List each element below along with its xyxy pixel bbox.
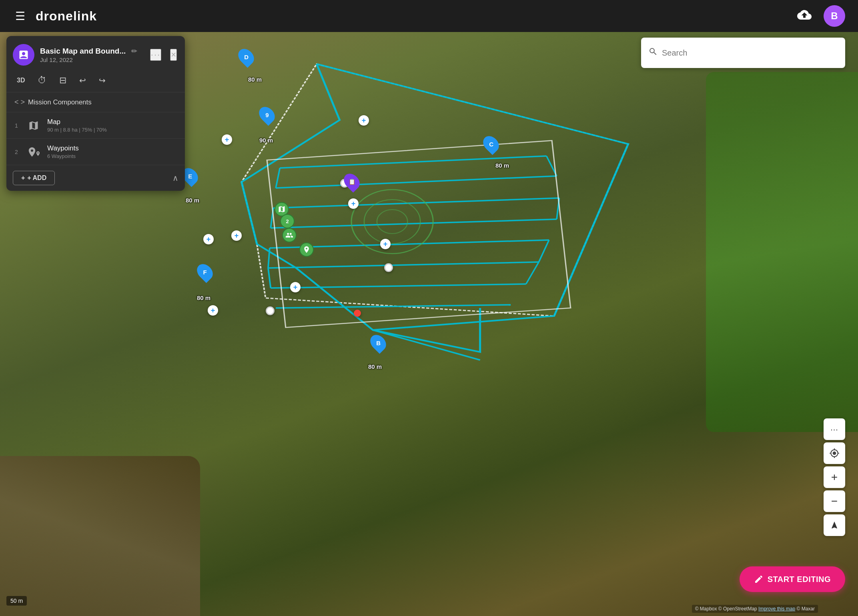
mission-pin-purple[interactable]: 📋 bbox=[345, 173, 359, 190]
compass-button[interactable] bbox=[824, 514, 845, 536]
mission-components-label: Mission Components bbox=[28, 98, 92, 106]
add-waypoint-6[interactable]: + bbox=[290, 282, 301, 292]
map-more-button[interactable]: ··· bbox=[824, 418, 845, 440]
svg-line-6 bbox=[268, 262, 539, 268]
component-item-waypoints[interactable]: 2 Waypoints 6 Waypoints bbox=[6, 138, 185, 165]
panel-title-group: Basic Map and Bound... ✏ Jul 12, 2022 bbox=[40, 47, 144, 63]
svg-line-3 bbox=[273, 198, 559, 208]
svg-line-4 bbox=[271, 219, 557, 228]
location-button[interactable] bbox=[824, 442, 845, 464]
svg-line-9 bbox=[373, 330, 480, 360]
waypoint-pin-d[interactable]: D bbox=[239, 48, 253, 66]
red-waypoint-dot bbox=[354, 310, 361, 317]
panel-menu-button[interactable]: ··· bbox=[150, 49, 161, 61]
component-sub-waypoints: 6 Waypoints bbox=[47, 153, 178, 159]
svg-line-7 bbox=[271, 284, 526, 288]
waypoint-pin-b[interactable]: B bbox=[371, 334, 385, 352]
zoom-in-button[interactable]: + bbox=[824, 466, 845, 488]
scale-label: 50 m bbox=[10, 598, 23, 604]
panel-title: Basic Map and Bound... bbox=[40, 47, 126, 56]
search-box bbox=[641, 38, 845, 68]
add-waypoint-4[interactable]: + bbox=[231, 230, 242, 241]
app-logo: dronelink bbox=[36, 9, 97, 24]
svg-rect-10 bbox=[267, 140, 571, 327]
svg-line-2 bbox=[276, 176, 557, 188]
add-component-button[interactable]: + + ADD bbox=[13, 171, 55, 185]
wp-circle-3 bbox=[266, 306, 275, 315]
add-waypoint-3[interactable]: + bbox=[348, 198, 359, 209]
panel-header: Basic Map and Bound... ✏ Jul 12, 2022 ··… bbox=[6, 36, 185, 70]
panel-footer: + + ADD ∧ bbox=[6, 165, 185, 191]
add-waypoint-5[interactable]: + bbox=[380, 239, 391, 249]
group-marker[interactable] bbox=[282, 228, 297, 242]
waypoint-pin-9[interactable]: 9 bbox=[260, 106, 274, 124]
map-area[interactable]: D 80 m C 80 m 9 90 m E 80 m F 80 m B 80 … bbox=[0, 32, 858, 616]
number-marker-2: 2 bbox=[280, 214, 295, 228]
start-editing-button[interactable]: START EDITING bbox=[740, 566, 845, 592]
component-name-waypoints: Waypoints bbox=[47, 144, 178, 152]
terminal-button[interactable]: ⊟ bbox=[57, 74, 69, 87]
map-icon bbox=[26, 118, 41, 133]
svg-point-12 bbox=[364, 200, 420, 244]
dist-label-e: 80 m bbox=[186, 197, 199, 204]
component-text-map: Map 90 m | 8.8 ha | 75% | 70% bbox=[47, 118, 178, 133]
search-icon bbox=[648, 47, 658, 59]
start-editing-label: START EDITING bbox=[768, 575, 831, 584]
undo-button[interactable]: ↩ bbox=[77, 74, 88, 87]
add-waypoint-7[interactable]: + bbox=[203, 234, 214, 244]
scale-indicator: 50 m bbox=[6, 596, 27, 606]
add-label: + ADD bbox=[27, 174, 46, 182]
zoom-out-button[interactable]: − bbox=[824, 490, 845, 512]
navbar-right: B bbox=[795, 5, 845, 27]
map-controls: ··· + − bbox=[824, 418, 845, 536]
svg-point-13 bbox=[377, 210, 408, 234]
mission-components-header[interactable]: < > Mission Components bbox=[6, 92, 185, 112]
nav-marker[interactable] bbox=[299, 242, 314, 257]
panel-toolbar: 3D ⏱ ⊟ ↩ ↪ bbox=[6, 70, 185, 92]
navbar-left: ☰ dronelink bbox=[13, 8, 97, 24]
waypoint-pin-e[interactable]: E bbox=[183, 167, 197, 185]
improve-map-link[interactable]: Improve this map bbox=[758, 606, 795, 612]
panel-icon bbox=[13, 44, 34, 66]
dist-label-9: 90 m bbox=[259, 137, 273, 144]
waypoints-icon bbox=[26, 145, 41, 159]
add-waypoint-8[interactable]: + bbox=[208, 305, 218, 316]
attribution-maxar: © Maxar bbox=[796, 606, 815, 612]
dist-label-b: 80 m bbox=[368, 363, 382, 370]
component-num-2: 2 bbox=[13, 149, 20, 155]
add-waypoint-1[interactable]: + bbox=[359, 115, 369, 126]
component-num-1: 1 bbox=[13, 122, 20, 129]
upload-button[interactable] bbox=[795, 6, 814, 26]
user-avatar[interactable]: B bbox=[824, 5, 845, 27]
component-text-waypoints: Waypoints 6 Waypoints bbox=[47, 144, 178, 159]
dist-label-d: 80 m bbox=[248, 76, 262, 83]
expand-collapse-icon: < > bbox=[14, 98, 25, 106]
component-item-map[interactable]: 1 Map 90 m | 8.8 ha | 75% | 70% bbox=[6, 112, 185, 138]
component-sub-map: 90 m | 8.8 ha | 75% | 70% bbox=[47, 127, 178, 133]
history-button[interactable]: ⏱ bbox=[35, 74, 49, 87]
panel-date: Jul 12, 2022 bbox=[40, 56, 144, 63]
side-panel: Basic Map and Bound... ✏ Jul 12, 2022 ··… bbox=[6, 36, 185, 191]
waypoint-pin-c[interactable]: C bbox=[484, 135, 498, 153]
waypoint-pin-f[interactable]: F bbox=[198, 263, 212, 281]
hamburger-menu-button[interactable]: ☰ bbox=[13, 8, 28, 24]
search-input[interactable] bbox=[662, 48, 838, 58]
navbar: ☰ dronelink B bbox=[0, 0, 858, 32]
add-waypoint-2[interactable]: + bbox=[222, 134, 232, 145]
panel-close-button[interactable]: × bbox=[170, 49, 177, 61]
attribution-text: © Mapbox © OpenStreetMap bbox=[695, 606, 758, 612]
attribution: © Mapbox © OpenStreetMap Improve this ma… bbox=[692, 605, 818, 613]
svg-line-8 bbox=[276, 305, 511, 308]
view-3d-button[interactable]: 3D bbox=[14, 75, 27, 86]
component-name-map: Map bbox=[47, 118, 178, 126]
redo-button[interactable]: ↪ bbox=[96, 74, 108, 87]
collapse-panel-button[interactable]: ∧ bbox=[172, 173, 178, 183]
edit-title-button[interactable]: ✏ bbox=[131, 47, 137, 56]
dist-label-c: 80 m bbox=[495, 162, 509, 169]
dist-label-f: 80 m bbox=[197, 294, 210, 301]
wp-circle-2 bbox=[384, 263, 393, 272]
add-icon: + bbox=[21, 174, 25, 182]
